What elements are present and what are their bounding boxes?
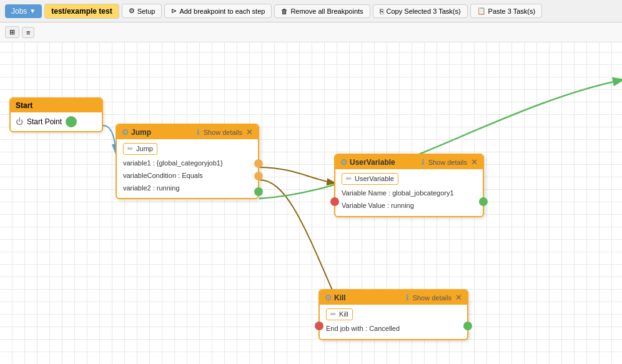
- add-breakpoint-label: Add breakpoint to each step: [179, 7, 265, 15]
- jump-connector-green[interactable]: [254, 187, 263, 196]
- power-icon: ⏻: [16, 117, 23, 126]
- uv-tag-label: UserVariable: [355, 175, 394, 182]
- start-node: Start ⏻ Start Point: [9, 97, 103, 132]
- jobs-label: Jobs: [11, 7, 27, 16]
- jump-show-details[interactable]: Show details: [204, 129, 242, 136]
- setup-label: Setup: [137, 7, 156, 15]
- kill-close-button[interactable]: ✕: [455, 293, 462, 302]
- start-green-dot[interactable]: [66, 116, 77, 127]
- uv-varvalue-label: Variable Value: [342, 202, 385, 209]
- paste-icon: 📋: [477, 7, 486, 15]
- kill-connector-green[interactable]: [463, 322, 472, 330]
- kill-info-icon: ℹ: [406, 293, 409, 302]
- add-breakpoint-button[interactable]: ⊳ Add breakpoint to each step: [164, 4, 272, 18]
- kill-tag: ✏ Kill: [326, 308, 353, 320]
- kill-endjob-label: End job with: [326, 325, 363, 332]
- uv-varname-label: Variable Name: [342, 189, 387, 197]
- grid-view-button[interactable]: ⊞: [5, 26, 19, 38]
- setup-button[interactable]: ⚙ Setup: [122, 4, 162, 18]
- uv-body: ✏ UserVariable Variable Name : global_jo…: [335, 169, 483, 216]
- jump-var2-value: running: [157, 184, 180, 192]
- kill-connector-red[interactable]: [315, 322, 323, 330]
- uv-info-icon: ℹ: [422, 158, 425, 167]
- uv-varvalue-value: running: [391, 202, 414, 209]
- remove-icon: 🗑: [281, 7, 288, 15]
- uv-tag: ✏ UserVariable: [342, 173, 398, 185]
- remove-breakpoints-button[interactable]: 🗑 Remove all Breakpoints: [274, 4, 370, 18]
- main-toolbar: Jobs ▼ test/example test ⚙ Setup ⊳ Add b…: [0, 0, 622, 22]
- start-title: Start: [16, 101, 32, 110]
- list-view-button[interactable]: ≡: [22, 27, 34, 38]
- kill-endjob-line: End job with : Cancelled: [326, 323, 461, 335]
- kill-endjob-value: Cancelled: [369, 325, 400, 332]
- kill-node-header: ⊙ Kill ℹ Show details ✕: [320, 290, 467, 305]
- uv-node-header: ⊙ UserVariable ℹ Show details ✕: [335, 155, 483, 169]
- uv-close-button[interactable]: ✕: [471, 157, 478, 167]
- jump-var1-line: variable1 : {global_categoryjob1}: [123, 157, 252, 170]
- kill-tag-label: Kill: [339, 310, 348, 318]
- jump-title: Jump: [131, 128, 151, 137]
- jump-tag-label: Jump: [136, 145, 153, 152]
- kill-tag-icon: ✏: [330, 310, 336, 318]
- jump-var1-value: {global_categoryjob1}: [157, 159, 223, 167]
- uv-circle-icon: ⊙: [340, 157, 347, 167]
- paste-tasks-button[interactable]: 📋 Paste 3 Task(s): [470, 4, 543, 18]
- uv-header-right: ℹ Show details ✕: [422, 157, 478, 167]
- uv-header-left: ⊙ UserVariable: [340, 157, 395, 167]
- kill-title: Kill: [334, 293, 346, 302]
- breakpoint-icon: ⊳: [171, 7, 177, 15]
- jump-tag: ✏ Jump: [123, 143, 157, 155]
- jump-header-right: ℹ Show details ✕: [197, 127, 253, 137]
- uv-tag-icon: ✏: [346, 175, 352, 182]
- uv-node: ⊙ UserVariable ℹ Show details ✕ ✏ UserVa…: [334, 154, 484, 217]
- jump-node-header: ⊙ Jump ℹ Show details ✕: [117, 125, 258, 139]
- arrows-svg: [0, 42, 622, 364]
- uv-varname-value: global_jobcategory1: [392, 189, 453, 197]
- jobs-chevron-icon: ▼: [29, 7, 36, 14]
- uv-show-details[interactable]: Show details: [428, 159, 467, 166]
- kill-circle-icon: ⊙: [325, 293, 332, 302]
- start-body: ⏻ Start Point: [11, 112, 102, 131]
- jump-header-left: ⊙ Jump: [122, 127, 151, 137]
- kill-node: ⊙ Kill ℹ Show details ✕ ✏ Kill End job w…: [318, 289, 468, 340]
- copy-tasks-button[interactable]: ⎘ Copy Selected 3 Task(s): [373, 4, 468, 18]
- uv-varname-line: Variable Name : global_jobcategory1: [342, 187, 476, 200]
- uv-connector-red[interactable]: [330, 197, 339, 206]
- remove-breakpoints-label: Remove all Breakpoints: [290, 7, 363, 15]
- tab-label: test/example test: [44, 4, 119, 19]
- jump-condition-label: variableCondition: [123, 172, 176, 179]
- uv-connector-green[interactable]: [479, 197, 488, 206]
- copy-tasks-label: Copy Selected 3 Task(s): [387, 7, 461, 15]
- jump-var1-label: variable1: [123, 159, 151, 167]
- jump-connector-orange2[interactable]: [254, 172, 263, 180]
- jump-connector-orange1[interactable]: [254, 159, 263, 168]
- jump-circle-icon: ⊙: [122, 127, 129, 137]
- kill-header-right: ℹ Show details ✕: [406, 293, 462, 302]
- jump-info-icon: ℹ: [197, 128, 200, 137]
- jump-var2-label: variable2: [123, 184, 151, 192]
- jobs-button[interactable]: Jobs ▼: [5, 4, 42, 18]
- jump-condition-value: Equals: [182, 172, 203, 179]
- sub-toolbar: ⊞ ≡: [0, 22, 622, 42]
- start-node-header: Start: [11, 99, 102, 112]
- jump-body: ✏ Jump variable1 : {global_categoryjob1}…: [117, 139, 258, 198]
- uv-title: UserVariable: [350, 158, 395, 167]
- kill-body: ✏ Kill End job with : Cancelled: [320, 305, 467, 339]
- jump-node: ⊙ Jump ℹ Show details ✕ ✏ Jump variable1…: [116, 124, 259, 199]
- start-point-label: Start Point: [27, 117, 62, 126]
- jump-var2-line: variable2 : running: [123, 182, 252, 195]
- setup-icon: ⚙: [129, 7, 135, 15]
- jump-tag-icon: ✏: [127, 145, 133, 152]
- kill-header-left: ⊙ Kill: [325, 293, 346, 302]
- paste-tasks-label: Paste 3 Task(s): [488, 7, 536, 15]
- copy-icon: ⎘: [380, 7, 384, 15]
- jump-condition-line: variableCondition : Equals: [123, 170, 252, 182]
- kill-show-details[interactable]: Show details: [413, 294, 452, 302]
- jump-close-button[interactable]: ✕: [246, 127, 253, 137]
- canvas: Start ⏻ Start Point ⊙ Jump ℹ Show detail…: [0, 42, 622, 364]
- uv-varvalue-line: Variable Value : running: [342, 200, 476, 212]
